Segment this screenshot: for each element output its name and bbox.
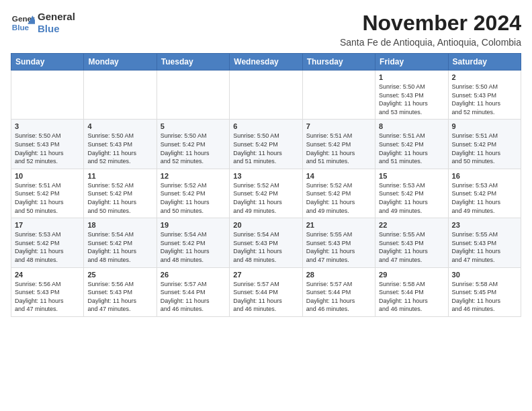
day-number: 25 xyxy=(87,271,152,279)
day-number: 5 xyxy=(161,122,226,130)
table-row xyxy=(157,71,229,120)
title-block: November 2024 Santa Fe de Antioquia, Ant… xyxy=(340,11,521,48)
day-info: Sunrise: 5:53 AM Sunset: 5:42 PM Dayligh… xyxy=(15,230,80,264)
day-number: 23 xyxy=(452,221,517,229)
table-row: 25Sunrise: 5:56 AM Sunset: 5:43 PM Dayli… xyxy=(84,267,157,316)
day-info: Sunrise: 5:51 AM Sunset: 5:42 PM Dayligh… xyxy=(452,132,517,165)
table-row: 1Sunrise: 5:50 AM Sunset: 5:43 PM Daylig… xyxy=(375,71,448,120)
table-row: 12Sunrise: 5:52 AM Sunset: 5:42 PM Dayli… xyxy=(157,169,229,218)
table-row: 24Sunrise: 5:56 AM Sunset: 5:43 PM Dayli… xyxy=(11,267,84,316)
day-number: 17 xyxy=(15,221,80,229)
calendar-table: Sunday Monday Tuesday Wednesday Thursday… xyxy=(11,53,521,317)
table-row: 19Sunrise: 5:54 AM Sunset: 5:42 PM Dayli… xyxy=(157,218,229,267)
col-tuesday: Tuesday xyxy=(157,54,229,71)
day-number: 2 xyxy=(452,73,517,81)
day-number: 21 xyxy=(306,221,371,229)
calendar-week-row: 10Sunrise: 5:51 AM Sunset: 5:42 PM Dayli… xyxy=(11,169,521,218)
day-info: Sunrise: 5:57 AM Sunset: 5:44 PM Dayligh… xyxy=(306,280,371,314)
day-number: 3 xyxy=(15,122,80,130)
day-info: Sunrise: 5:54 AM Sunset: 5:42 PM Dayligh… xyxy=(161,230,226,264)
day-number: 9 xyxy=(452,122,517,130)
day-number: 1 xyxy=(379,73,444,81)
col-monday: Monday xyxy=(84,54,157,71)
table-row: 14Sunrise: 5:52 AM Sunset: 5:42 PM Dayli… xyxy=(302,169,375,218)
table-row: 17Sunrise: 5:53 AM Sunset: 5:42 PM Dayli… xyxy=(11,218,84,267)
day-number: 22 xyxy=(379,221,444,229)
table-row: 5Sunrise: 5:50 AM Sunset: 5:42 PM Daylig… xyxy=(157,120,229,169)
table-row xyxy=(84,71,157,120)
day-number: 4 xyxy=(87,122,152,130)
table-row: 11Sunrise: 5:52 AM Sunset: 5:42 PM Dayli… xyxy=(84,169,157,218)
calendar-week-row: 17Sunrise: 5:53 AM Sunset: 5:42 PM Dayli… xyxy=(11,218,521,267)
table-row: 18Sunrise: 5:54 AM Sunset: 5:42 PM Dayli… xyxy=(84,218,157,267)
day-info: Sunrise: 5:56 AM Sunset: 5:43 PM Dayligh… xyxy=(87,280,152,314)
day-number: 14 xyxy=(306,172,371,180)
day-info: Sunrise: 5:52 AM Sunset: 5:42 PM Dayligh… xyxy=(161,181,226,215)
day-number: 11 xyxy=(87,172,152,180)
day-info: Sunrise: 5:50 AM Sunset: 5:42 PM Dayligh… xyxy=(161,132,226,165)
day-info: Sunrise: 5:57 AM Sunset: 5:44 PM Dayligh… xyxy=(161,280,226,314)
day-info: Sunrise: 5:51 AM Sunset: 5:42 PM Dayligh… xyxy=(15,181,80,215)
day-number: 6 xyxy=(233,122,298,130)
table-row: 27Sunrise: 5:57 AM Sunset: 5:44 PM Dayli… xyxy=(230,267,302,316)
day-number: 27 xyxy=(233,271,298,279)
table-row: 22Sunrise: 5:55 AM Sunset: 5:43 PM Dayli… xyxy=(375,218,448,267)
day-number: 28 xyxy=(306,271,371,279)
day-number: 15 xyxy=(379,172,444,180)
table-row: 4Sunrise: 5:50 AM Sunset: 5:43 PM Daylig… xyxy=(84,120,157,169)
day-number: 16 xyxy=(452,172,517,180)
logo: General Blue General Blue xyxy=(11,11,75,35)
table-row xyxy=(302,71,375,120)
table-row: 21Sunrise: 5:55 AM Sunset: 5:43 PM Dayli… xyxy=(302,218,375,267)
table-row xyxy=(11,71,84,120)
table-row: 9Sunrise: 5:51 AM Sunset: 5:42 PM Daylig… xyxy=(448,120,521,169)
col-sunday: Sunday xyxy=(11,54,84,71)
svg-text:Blue: Blue xyxy=(12,23,30,32)
col-thursday: Thursday xyxy=(302,54,375,71)
day-info: Sunrise: 5:51 AM Sunset: 5:42 PM Dayligh… xyxy=(306,132,371,165)
day-info: Sunrise: 5:52 AM Sunset: 5:42 PM Dayligh… xyxy=(306,181,371,215)
day-info: Sunrise: 5:50 AM Sunset: 5:43 PM Dayligh… xyxy=(15,132,80,165)
day-info: Sunrise: 5:55 AM Sunset: 5:43 PM Dayligh… xyxy=(452,230,517,264)
day-number: 7 xyxy=(306,122,371,130)
day-number: 20 xyxy=(233,221,298,229)
page-title: November 2024 xyxy=(340,11,521,36)
table-row: 13Sunrise: 5:52 AM Sunset: 5:42 PM Dayli… xyxy=(230,169,302,218)
table-row: 10Sunrise: 5:51 AM Sunset: 5:42 PM Dayli… xyxy=(11,169,84,218)
page-subtitle: Santa Fe de Antioquia, Antioquia, Colomb… xyxy=(340,37,521,48)
day-info: Sunrise: 5:50 AM Sunset: 5:43 PM Dayligh… xyxy=(87,132,152,165)
table-row: 8Sunrise: 5:51 AM Sunset: 5:42 PM Daylig… xyxy=(375,120,448,169)
col-friday: Friday xyxy=(375,54,448,71)
table-row: 6Sunrise: 5:50 AM Sunset: 5:42 PM Daylig… xyxy=(230,120,302,169)
day-info: Sunrise: 5:53 AM Sunset: 5:42 PM Dayligh… xyxy=(452,181,517,215)
day-info: Sunrise: 5:51 AM Sunset: 5:42 PM Dayligh… xyxy=(379,132,444,165)
logo-icon: General Blue xyxy=(11,11,35,35)
calendar-week-row: 3Sunrise: 5:50 AM Sunset: 5:43 PM Daylig… xyxy=(11,120,521,169)
calendar-week-row: 24Sunrise: 5:56 AM Sunset: 5:43 PM Dayli… xyxy=(11,267,521,316)
day-number: 12 xyxy=(161,172,226,180)
calendar-week-row: 1Sunrise: 5:50 AM Sunset: 5:43 PM Daylig… xyxy=(11,71,521,120)
col-saturday: Saturday xyxy=(448,54,521,71)
logo-blue-text: Blue xyxy=(38,23,75,35)
day-info: Sunrise: 5:50 AM Sunset: 5:42 PM Dayligh… xyxy=(233,132,298,165)
day-info: Sunrise: 5:53 AM Sunset: 5:42 PM Dayligh… xyxy=(379,181,444,215)
table-row: 29Sunrise: 5:58 AM Sunset: 5:44 PM Dayli… xyxy=(375,267,448,316)
day-info: Sunrise: 5:52 AM Sunset: 5:42 PM Dayligh… xyxy=(87,181,152,215)
day-info: Sunrise: 5:52 AM Sunset: 5:42 PM Dayligh… xyxy=(233,181,298,215)
calendar-header-row: Sunday Monday Tuesday Wednesday Thursday… xyxy=(11,54,521,71)
table-row: 3Sunrise: 5:50 AM Sunset: 5:43 PM Daylig… xyxy=(11,120,84,169)
table-row: 15Sunrise: 5:53 AM Sunset: 5:42 PM Dayli… xyxy=(375,169,448,218)
day-number: 29 xyxy=(379,271,444,279)
day-number: 24 xyxy=(15,271,80,279)
table-row: 16Sunrise: 5:53 AM Sunset: 5:42 PM Dayli… xyxy=(448,169,521,218)
col-wednesday: Wednesday xyxy=(230,54,302,71)
logo-general-text: General xyxy=(38,11,75,23)
table-row: 28Sunrise: 5:57 AM Sunset: 5:44 PM Dayli… xyxy=(302,267,375,316)
day-info: Sunrise: 5:55 AM Sunset: 5:43 PM Dayligh… xyxy=(379,230,444,264)
day-number: 8 xyxy=(379,122,444,130)
page-header: General Blue General Blue November 2024 … xyxy=(11,11,521,48)
table-row: 2Sunrise: 5:50 AM Sunset: 5:43 PM Daylig… xyxy=(448,71,521,120)
day-info: Sunrise: 5:58 AM Sunset: 5:44 PM Dayligh… xyxy=(379,280,444,314)
day-number: 26 xyxy=(161,271,226,279)
day-number: 30 xyxy=(452,271,517,279)
